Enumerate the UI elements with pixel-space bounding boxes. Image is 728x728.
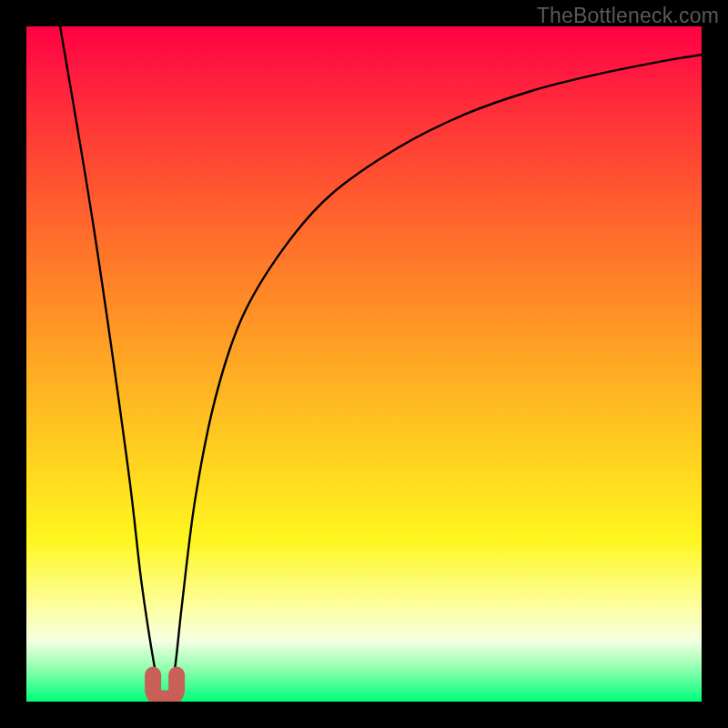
marker-path xyxy=(153,675,177,699)
plot-area xyxy=(26,26,702,702)
optimal-marker xyxy=(26,26,702,702)
chart-stage: TheBottleneck.com xyxy=(0,0,728,728)
watermark-text: TheBottleneck.com xyxy=(537,4,719,28)
